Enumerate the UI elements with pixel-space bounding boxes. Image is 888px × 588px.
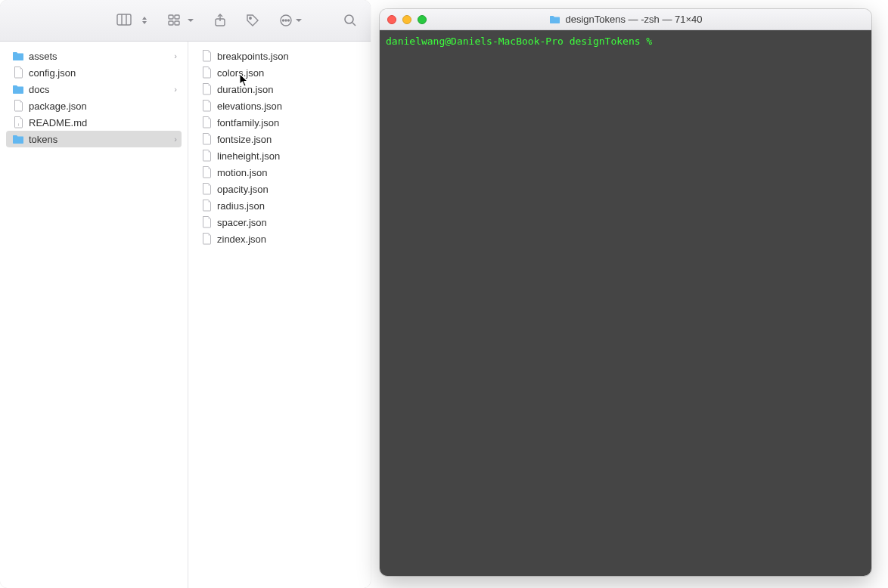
item-label: package.json xyxy=(29,101,87,112)
file-icon xyxy=(200,116,213,128)
item-label: fontsize.json xyxy=(217,134,272,145)
svg-point-13 xyxy=(345,15,353,23)
file-item[interactable]: config.json xyxy=(6,64,182,81)
file-icon xyxy=(200,200,213,212)
svg-point-10 xyxy=(283,20,284,21)
file-item[interactable]: breakpoints.json xyxy=(194,48,365,64)
item-label: radius.json xyxy=(217,200,265,212)
item-label: colors.json xyxy=(217,67,264,79)
file-icon xyxy=(200,166,213,178)
item-label: zindex.json xyxy=(217,234,266,245)
item-label: tokens xyxy=(29,134,57,145)
view-columns-button[interactable] xyxy=(116,14,148,27)
group-button[interactable] xyxy=(168,14,194,26)
file-item[interactable]: duration.json xyxy=(194,81,365,97)
file-icon xyxy=(12,100,24,112)
more-button[interactable] xyxy=(279,14,303,27)
chevron-right-icon: › xyxy=(174,135,177,144)
item-label: spacer.json xyxy=(217,217,267,228)
file-item[interactable]: motion.json xyxy=(194,164,365,181)
file-item[interactable]: fontsize.json xyxy=(194,131,365,147)
file-icon xyxy=(200,183,213,195)
item-label: lineheight.json xyxy=(217,150,280,162)
file-icon xyxy=(200,100,213,112)
item-label: config.json xyxy=(29,67,76,79)
finder-column-1: assets›config.jsondocs›package.json↓READ… xyxy=(0,42,188,588)
terminal-title: designTokens — -zsh — 71×40 xyxy=(565,14,702,25)
item-label: motion.json xyxy=(217,167,267,178)
item-label: fontfamily.json xyxy=(217,117,279,128)
svg-rect-3 xyxy=(169,15,173,19)
tags-button[interactable] xyxy=(246,14,259,27)
svg-text:↓: ↓ xyxy=(17,122,20,126)
minimize-button[interactable] xyxy=(402,15,411,24)
terminal-titlebar[interactable]: designTokens — -zsh — 71×40 xyxy=(380,9,871,30)
traffic-lights xyxy=(387,15,427,24)
folder-icon xyxy=(12,83,24,95)
file-item[interactable]: spacer.json xyxy=(194,214,365,231)
finder-column-2: breakpoints.jsoncolors.jsonduration.json… xyxy=(188,42,371,588)
svg-point-11 xyxy=(285,20,287,21)
chevron-right-icon: › xyxy=(174,51,177,60)
file-icon xyxy=(200,83,213,95)
chevron-right-icon: › xyxy=(174,85,177,94)
file-item[interactable]: ↓README.md xyxy=(6,114,182,131)
item-label: docs xyxy=(29,84,49,95)
file-icon xyxy=(200,233,213,245)
item-label: README.md xyxy=(29,117,87,128)
item-label: opacity.json xyxy=(217,184,269,195)
svg-rect-4 xyxy=(175,15,179,19)
folder-item[interactable]: assets› xyxy=(6,48,182,64)
share-button[interactable] xyxy=(214,14,226,27)
svg-line-14 xyxy=(352,23,356,26)
terminal-prompt: danielwang@Daniels-MacBook-Pro designTok… xyxy=(386,36,658,47)
file-item[interactable]: fontfamily.json xyxy=(194,114,365,131)
markdown-file-icon: ↓ xyxy=(12,116,24,128)
file-icon xyxy=(200,67,213,79)
close-button[interactable] xyxy=(387,15,396,24)
file-item[interactable]: zindex.json xyxy=(194,231,365,247)
file-item[interactable]: lineheight.json xyxy=(194,147,365,164)
file-item[interactable]: opacity.json xyxy=(194,181,365,197)
svg-point-8 xyxy=(250,17,251,19)
file-item[interactable]: elevations.json xyxy=(194,97,365,114)
file-item[interactable]: colors.json xyxy=(194,64,365,81)
terminal-body[interactable]: danielwang@Daniels-MacBook-Pro designTok… xyxy=(380,30,871,576)
finder-window: assets›config.jsondocs›package.json↓READ… xyxy=(0,0,371,588)
file-icon xyxy=(200,50,213,62)
svg-rect-6 xyxy=(175,21,179,25)
terminal-window: designTokens — -zsh — 71×40 danielwang@D… xyxy=(380,9,871,576)
search-button[interactable] xyxy=(343,14,357,27)
item-label: duration.json xyxy=(217,84,273,95)
file-icon xyxy=(200,216,213,228)
folder-item[interactable]: tokens› xyxy=(6,131,182,147)
file-item[interactable]: radius.json xyxy=(194,197,365,214)
folder-icon xyxy=(12,133,24,145)
folder-icon xyxy=(12,50,24,62)
finder-toolbar xyxy=(0,0,371,42)
file-icon xyxy=(200,133,213,145)
item-label: assets xyxy=(29,51,57,62)
file-icon xyxy=(200,150,213,162)
file-icon xyxy=(12,67,24,79)
item-label: elevations.json xyxy=(217,101,282,112)
item-label: breakpoints.json xyxy=(217,51,289,62)
zoom-button[interactable] xyxy=(418,15,427,24)
svg-point-12 xyxy=(288,20,290,21)
folder-item[interactable]: docs› xyxy=(6,81,182,97)
folder-icon xyxy=(548,14,560,26)
svg-rect-5 xyxy=(169,21,173,25)
svg-rect-0 xyxy=(117,14,131,25)
file-item[interactable]: package.json xyxy=(6,97,182,114)
